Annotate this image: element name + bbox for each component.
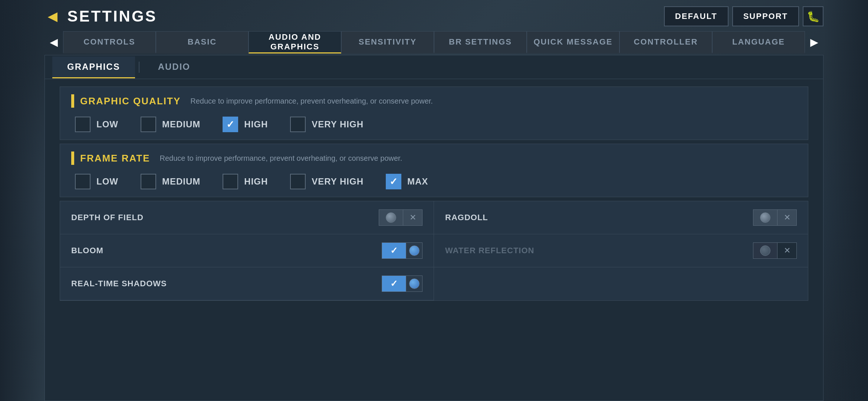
fr-checkbox-veryhigh[interactable] [290, 174, 306, 189]
graphic-quality-desc: Reduce to improve performance, prevent o… [190, 97, 433, 105]
gq-option-medium[interactable]: MEDIUM [141, 117, 200, 132]
gq-label-medium: MEDIUM [162, 119, 200, 130]
header-right: DEFAULT SUPPORT 🐛 [664, 6, 823, 26]
fr-checkbox-max[interactable]: ✓ [386, 174, 401, 189]
frame-rate-accent [71, 151, 74, 165]
tab-audio-graphics[interactable]: AUDIO AND GRAPHICS [249, 31, 341, 53]
gq-checkbox-high[interactable]: ✓ [223, 117, 238, 132]
gq-option-veryhigh[interactable]: VERY HIGH [290, 117, 364, 132]
bloom-toggle[interactable]: ✓ [382, 242, 423, 259]
tab-sensitivity[interactable]: SENSITIVITY [341, 31, 434, 53]
toggle-row-water-reflection: WATER REFLECTION ✕ [434, 234, 808, 267]
water-reflection-check[interactable] [753, 242, 777, 259]
toggle-row-bloom: BLOOM ✓ [60, 234, 434, 267]
nav-tabs-row: ◄ CONTROLS BASIC AUDIO AND GRAPHICS SENS… [45, 30, 823, 55]
depth-of-field-label: DEPTH OF FIELD [71, 213, 144, 222]
realtime-shadows-circle-btn[interactable] [406, 276, 422, 292]
nav-tabs: CONTROLS BASIC AUDIO AND GRAPHICS SENSIT… [63, 31, 805, 53]
fr-checkbox-low[interactable] [75, 174, 91, 189]
gq-checkbox-low[interactable] [75, 117, 91, 132]
graphic-quality-header: GRAPHIC QUALITY Reduce to improve perfor… [71, 94, 797, 108]
settings-content: GRAPHIC QUALITY Reduce to improve perfor… [45, 79, 823, 401]
toggle-row-depth-of-field: DEPTH OF FIELD ✕ [60, 201, 434, 234]
ragdoll-circle [760, 212, 770, 223]
ragdoll-x[interactable]: ✕ [777, 209, 796, 226]
back-button[interactable]: ◄ [45, 8, 61, 25]
sub-tab-divider [139, 62, 139, 73]
water-reflection-circle [760, 245, 770, 256]
tab-basic[interactable]: BASIC [156, 31, 249, 53]
frame-rate-header: FRAME RATE Reduce to improve performance… [71, 151, 797, 165]
water-reflection-label: WATER REFLECTION [445, 246, 534, 255]
toggle-row-realtime-shadows: REAL-TIME SHADOWS ✓ [60, 267, 434, 300]
fr-label-low: LOW [96, 176, 118, 187]
depth-of-field-toggle[interactable]: ✕ [379, 209, 423, 226]
depth-of-field-circle [386, 212, 396, 223]
depth-of-field-x[interactable]: ✕ [403, 209, 422, 226]
side-panel-left [0, 0, 45, 401]
frame-rate-section: FRAME RATE Reduce to improve performance… [60, 144, 808, 197]
gq-checkbox-veryhigh[interactable] [290, 117, 306, 132]
support-button[interactable]: SUPPORT [732, 6, 799, 26]
frame-rate-desc: Reduce to improve performance, prevent o… [160, 154, 402, 163]
frame-rate-options: LOW MEDIUM HIGH VERY HIGH [71, 174, 797, 189]
fr-option-medium[interactable]: MEDIUM [141, 174, 200, 189]
fr-option-veryhigh[interactable]: VERY HIGH [290, 174, 364, 189]
graphic-quality-options: LOW MEDIUM ✓ HIGH VERY HIGH [71, 117, 797, 132]
bloom-label: BLOOM [71, 246, 103, 255]
toggle-section: DEPTH OF FIELD ✕ RAGDOLL [60, 201, 808, 301]
gq-option-high[interactable]: ✓ HIGH [223, 117, 268, 132]
tab-br-settings[interactable]: BR SETTINGS [434, 31, 527, 53]
main-container: ◄ SETTINGS DEFAULT SUPPORT 🐛 ◄ CONTROLS … [45, 0, 823, 401]
nav-arrow-left[interactable]: ◄ [45, 31, 63, 53]
gq-label-low: LOW [96, 119, 118, 130]
gq-option-low[interactable]: LOW [75, 117, 118, 132]
fr-label-veryhigh: VERY HIGH [312, 176, 364, 187]
bug-button[interactable]: 🐛 [803, 6, 823, 26]
depth-of-field-check[interactable] [379, 209, 403, 226]
fr-option-max[interactable]: ✓ MAX [386, 174, 428, 189]
graphic-quality-accent [71, 94, 74, 108]
sub-tab-audio[interactable]: AUDIO [143, 56, 205, 78]
header-left: ◄ SETTINGS [45, 7, 157, 25]
ragdoll-label: RAGDOLL [445, 213, 488, 222]
tab-quick-message[interactable]: QUICK MESSAGE [527, 31, 619, 53]
bloom-circle [409, 245, 420, 256]
tab-controller[interactable]: CONTROLLER [619, 31, 712, 53]
side-panel-right [823, 0, 868, 401]
gq-checkbox-medium[interactable] [141, 117, 156, 132]
fr-label-max: MAX [407, 176, 428, 187]
toggle-rows-grid: DEPTH OF FIELD ✕ RAGDOLL [60, 201, 808, 300]
tab-language[interactable]: LANGUAGE [712, 31, 805, 53]
tab-controls[interactable]: CONTROLS [63, 31, 156, 53]
bloom-circle-btn[interactable] [406, 242, 422, 259]
toggle-row-ragdoll: RAGDOLL ✕ [434, 201, 808, 234]
content-area: GRAPHICS AUDIO GRAPHIC QUALITY Reduce to… [45, 55, 823, 401]
header: ◄ SETTINGS DEFAULT SUPPORT 🐛 [45, 0, 823, 30]
realtime-shadows-circle [409, 278, 420, 289]
frame-rate-title: FRAME RATE [80, 153, 150, 164]
graphic-quality-title: GRAPHIC QUALITY [80, 95, 181, 107]
fr-label-medium: MEDIUM [162, 176, 200, 187]
graphic-quality-section: GRAPHIC QUALITY Reduce to improve perfor… [60, 87, 808, 140]
water-reflection-x[interactable]: ✕ [777, 242, 796, 259]
default-button[interactable]: DEFAULT [664, 6, 729, 26]
fr-checkbox-high[interactable] [223, 174, 238, 189]
bloom-check[interactable]: ✓ [382, 242, 406, 259]
realtime-shadows-check[interactable]: ✓ [382, 276, 406, 292]
realtime-shadows-label: REAL-TIME SHADOWS [71, 279, 167, 288]
sub-tab-graphics[interactable]: GRAPHICS [52, 56, 135, 78]
realtime-shadows-toggle[interactable]: ✓ [382, 276, 423, 292]
fr-option-high[interactable]: HIGH [223, 174, 268, 189]
ragdoll-check[interactable] [753, 209, 777, 226]
fr-checkbox-medium[interactable] [141, 174, 156, 189]
fr-label-high: HIGH [244, 176, 268, 187]
gq-check-icon-high: ✓ [226, 119, 234, 130]
nav-arrow-right[interactable]: ► [805, 31, 823, 53]
gq-label-high: HIGH [244, 119, 268, 130]
sub-tabs-row: GRAPHICS AUDIO [45, 55, 823, 79]
water-reflection-toggle[interactable]: ✕ [753, 242, 797, 259]
fr-check-icon-max: ✓ [389, 176, 398, 188]
ragdoll-toggle[interactable]: ✕ [753, 209, 797, 226]
fr-option-low[interactable]: LOW [75, 174, 118, 189]
